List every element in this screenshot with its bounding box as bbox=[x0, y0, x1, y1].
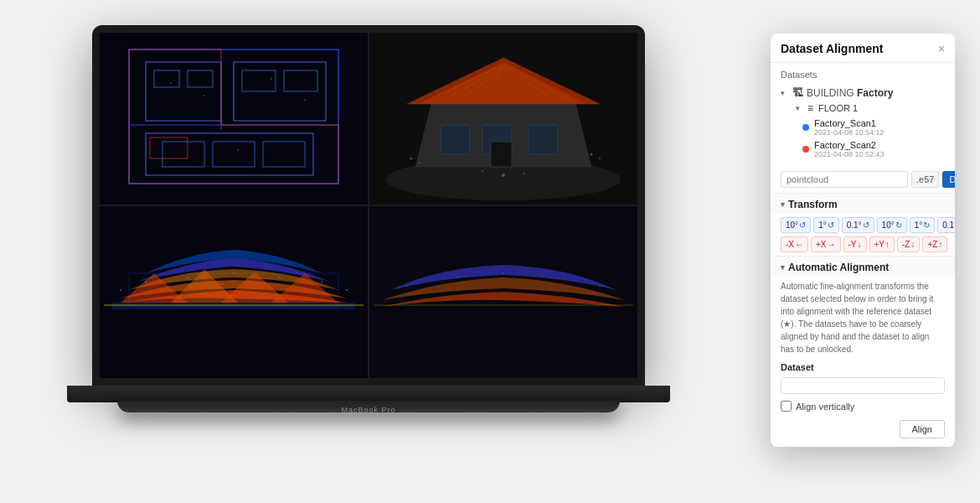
align-vertically-row: Align vertically bbox=[771, 397, 955, 415]
quadrant-floor-plan bbox=[99, 32, 369, 205]
dataset-select[interactable] bbox=[781, 377, 945, 394]
svg-point-17 bbox=[271, 78, 272, 80]
rotate-ccw-01[interactable]: 0.1°↺ bbox=[842, 217, 874, 233]
building-arrow-icon: ▾ bbox=[781, 89, 789, 97]
align-button-row: Align bbox=[771, 415, 955, 447]
scan2-dot bbox=[802, 146, 809, 153]
download-button[interactable]: Download bbox=[942, 171, 955, 188]
building-tree-item[interactable]: ▾ 🏗 BUILDING Factory bbox=[781, 85, 945, 101]
svg-point-18 bbox=[304, 99, 306, 101]
rotate-cw-01[interactable]: 0.1°↻ bbox=[937, 217, 955, 233]
svg-point-54 bbox=[346, 289, 348, 291]
translate-z-neg[interactable]: -Z↓ bbox=[897, 236, 920, 252]
scan1-info: Factory_Scan1 2021-04-08 10:54:12 bbox=[814, 118, 885, 137]
building-prefix: BUILDING bbox=[807, 87, 854, 99]
svg-point-61 bbox=[599, 285, 601, 287]
scan2-item[interactable]: Factory_Scan2 2021-04-08 10:52:43 bbox=[781, 137, 945, 159]
svg-point-19 bbox=[237, 149, 239, 151]
scan2-name: Factory_Scan2 bbox=[814, 140, 885, 150]
rotate-cw-1[interactable]: 1°↻ bbox=[910, 217, 936, 233]
scan2-info: Factory_Scan2 2021-04-08 10:52:43 bbox=[814, 140, 885, 158]
floor-arrow-icon: ▾ bbox=[796, 104, 804, 112]
panel-header: Dataset Alignment × bbox=[771, 34, 955, 63]
dataset-field-label: Dataset bbox=[771, 360, 955, 374]
quadrant-bottom-right bbox=[369, 205, 638, 379]
svg-point-15 bbox=[170, 82, 172, 84]
scan1-dot bbox=[802, 124, 809, 131]
svg-rect-34 bbox=[529, 125, 558, 154]
translate-y-pos[interactable]: +Y↑ bbox=[869, 236, 895, 252]
panel-title: Dataset Alignment bbox=[781, 42, 883, 55]
translate-z-pos[interactable]: +Z↑ bbox=[922, 236, 947, 252]
svg-point-16 bbox=[204, 95, 205, 96]
building-name: Factory bbox=[857, 87, 893, 99]
svg-point-50 bbox=[187, 277, 188, 278]
svg-point-36 bbox=[410, 158, 413, 160]
transform-title: Transform bbox=[788, 199, 838, 210]
quadrant-3d-building bbox=[369, 32, 638, 205]
svg-point-59 bbox=[503, 272, 504, 274]
svg-point-41 bbox=[482, 170, 483, 172]
svg-rect-45 bbox=[112, 303, 355, 309]
download-row: .e57 Download bbox=[771, 166, 955, 193]
scan2-date: 2021-04-08 10:52:43 bbox=[814, 150, 885, 158]
rotate-ccw-1[interactable]: 1°↺ bbox=[813, 217, 839, 233]
svg-point-60 bbox=[549, 277, 550, 278]
auto-align-section-header[interactable]: ▾ Automatic Alignment bbox=[771, 256, 955, 277]
close-button[interactable]: × bbox=[938, 43, 945, 54]
svg-point-51 bbox=[233, 272, 235, 274]
transform-controls: 10°↺ 1°↺ 0.1°↺ 10°↻ 1°↻ 0.1°↻ -X← +X→ -Y… bbox=[771, 214, 955, 256]
building-icon: 🏗 bbox=[792, 86, 803, 99]
transform-arrow-icon: ▾ bbox=[781, 200, 785, 209]
datasets-section: Datasets ▾ 🏗 BUILDING Factory ▾ ≡ FLOOR … bbox=[771, 63, 955, 166]
dataset-alignment-panel: Dataset Alignment × Datasets ▾ 🏗 BUILDIN… bbox=[771, 34, 955, 447]
auto-align-title: Automatic Alignment bbox=[788, 262, 889, 273]
translate-x-neg[interactable]: -X← bbox=[781, 236, 808, 252]
rotate-cw-10[interactable]: 10°↻ bbox=[877, 217, 907, 233]
svg-point-52 bbox=[279, 277, 281, 278]
rotate-ccw-10[interactable]: 10°↺ bbox=[781, 217, 811, 233]
align-vertically-label: Align vertically bbox=[796, 402, 854, 412]
datasets-label: Datasets bbox=[781, 70, 945, 80]
download-input[interactable] bbox=[781, 171, 908, 188]
scan1-date: 2021-04-08 10:54:12 bbox=[814, 128, 885, 137]
floor-tree-item[interactable]: ▾ ≡ FLOOR 1 bbox=[781, 101, 945, 116]
svg-point-49 bbox=[145, 281, 147, 283]
building-label: BUILDING Factory bbox=[807, 87, 893, 99]
svg-point-53 bbox=[321, 281, 322, 283]
svg-point-37 bbox=[419, 162, 420, 163]
translate-y-neg[interactable]: -Y↓ bbox=[843, 236, 867, 252]
laptop: MacBook Pro bbox=[67, 25, 670, 478]
laptop-base bbox=[67, 386, 670, 402]
svg-point-42 bbox=[524, 173, 525, 174]
align-button[interactable]: Align bbox=[900, 420, 945, 438]
laptop-body bbox=[92, 25, 645, 386]
quadrant-side-view bbox=[99, 205, 369, 379]
scan1-item[interactable]: Factory_Scan1 2021-04-08 10:54:12 bbox=[781, 116, 945, 137]
auto-align-description: Automatic fine-alignment transforms the … bbox=[771, 277, 955, 360]
auto-align-arrow-icon: ▾ bbox=[781, 263, 785, 272]
svg-rect-35 bbox=[491, 142, 512, 167]
transform-section-header[interactable]: ▾ Transform bbox=[771, 193, 955, 214]
svg-point-39 bbox=[599, 158, 601, 159]
svg-point-40 bbox=[502, 174, 505, 177]
svg-point-57 bbox=[406, 285, 408, 287]
translate-x-pos[interactable]: +X→ bbox=[811, 236, 841, 252]
rotate-buttons-row: 10°↺ 1°↺ 0.1°↺ 10°↻ 1°↻ 0.1°↻ bbox=[781, 217, 945, 233]
scan1-name: Factory_Scan1 bbox=[814, 118, 885, 128]
align-vertically-checkbox[interactable] bbox=[781, 401, 792, 412]
floor-label: FLOOR 1 bbox=[818, 103, 858, 113]
floor-icon: ≡ bbox=[807, 102, 813, 114]
svg-rect-32 bbox=[441, 125, 470, 154]
ext-badge: .e57 bbox=[911, 171, 939, 188]
svg-point-48 bbox=[120, 289, 121, 291]
svg-point-38 bbox=[591, 153, 593, 156]
translate-buttons-row: -X← +X→ -Y↓ +Y↑ -Z↓ +Z↑ bbox=[781, 236, 945, 252]
laptop-screen bbox=[99, 32, 638, 379]
laptop-brand-label: MacBook Pro bbox=[341, 406, 395, 414]
svg-point-58 bbox=[456, 277, 458, 278]
